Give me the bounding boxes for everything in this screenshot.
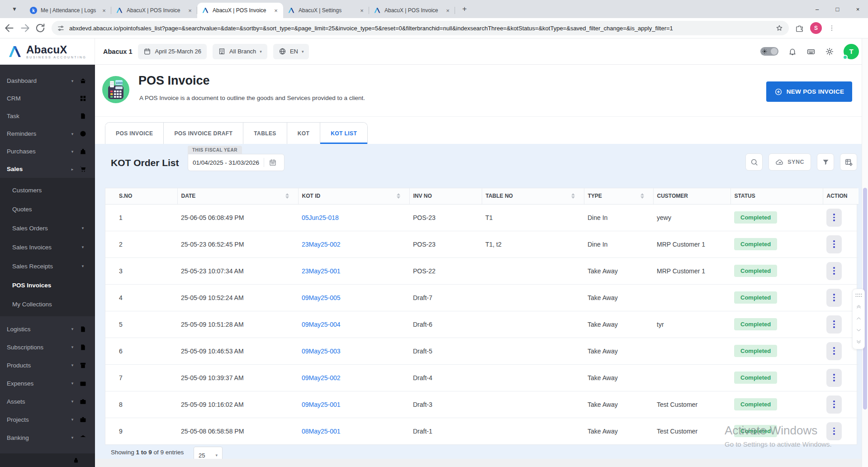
sidebar-item-assets[interactable]: Assets▾ bbox=[0, 392, 95, 410]
sidebar-item-reminders[interactable]: Reminders▾ bbox=[0, 125, 95, 143]
column-settings-button[interactable] bbox=[840, 153, 857, 171]
sort-arrows-icon[interactable] bbox=[397, 193, 400, 199]
sort-arrows-icon[interactable] bbox=[640, 193, 644, 199]
tab-pos-invoice[interactable]: POS INVOICE bbox=[105, 123, 164, 144]
browser-tab[interactable]: kMe | Attendance | Logs× bbox=[25, 3, 111, 18]
address-bar[interactable]: abxdevd.abacux.io/pointofsales_list?page… bbox=[52, 21, 789, 35]
row-actions-menu-button[interactable] bbox=[826, 342, 842, 360]
company-name[interactable]: Abacux 1 bbox=[103, 48, 132, 55]
sort-arrows-icon[interactable] bbox=[285, 193, 289, 199]
sidebar-item-my-collections[interactable]: My Collections bbox=[0, 295, 95, 314]
sidebar-item-products[interactable]: Products▾ bbox=[0, 356, 95, 374]
row-actions-menu-button[interactable] bbox=[826, 315, 842, 334]
lock-icon[interactable] bbox=[72, 457, 80, 464]
minimize-button[interactable]: – bbox=[807, 0, 827, 18]
tab-close-icon[interactable]: × bbox=[444, 7, 451, 14]
browser-tab[interactable]: AbacuX | POS Invoice× bbox=[197, 3, 283, 18]
sidebar-item-quotes[interactable]: Quotes bbox=[0, 200, 95, 219]
tab-kot-list[interactable]: KOT LIST bbox=[320, 123, 367, 144]
notifications-bell-icon[interactable] bbox=[788, 47, 797, 56]
sidebar-item-pos-invoices[interactable]: POS Invoices bbox=[0, 276, 95, 295]
row-actions-menu-button[interactable] bbox=[826, 422, 842, 440]
kot-id-link-text[interactable]: 05Jun25-018 bbox=[302, 214, 339, 221]
browser-profile-avatar[interactable]: S bbox=[810, 22, 822, 34]
new-pos-invoice-button[interactable]: NEW POS INVOICE bbox=[766, 81, 852, 102]
kot-id-link-text[interactable]: 08May25-001 bbox=[302, 428, 341, 435]
sidebar-item-logistics[interactable]: Logistics▾ bbox=[0, 320, 95, 338]
browser-tab[interactable]: AbacuX | POS Invoice× bbox=[369, 3, 455, 18]
kot-id-link-text[interactable]: 09May25-001 bbox=[302, 401, 341, 408]
row-actions-menu-button[interactable] bbox=[826, 369, 842, 387]
theme-toggle[interactable] bbox=[760, 47, 778, 56]
sort-arrows-icon[interactable] bbox=[571, 193, 575, 199]
kot-id-link-text[interactable]: 09May25-004 bbox=[302, 321, 341, 328]
sidebar-item-banking[interactable]: Banking▾ bbox=[0, 429, 95, 447]
row-actions-menu-button[interactable] bbox=[826, 289, 842, 307]
sidebar-item-projects[interactable]: Projects▾ bbox=[0, 410, 95, 429]
maximize-button[interactable]: □ bbox=[827, 0, 848, 18]
kot-id-link-text[interactable]: 23May25-001 bbox=[302, 267, 341, 275]
search-button[interactable] bbox=[745, 153, 763, 171]
language-selector[interactable]: EN ▾ bbox=[273, 44, 309, 59]
settings-gear-icon[interactable] bbox=[825, 47, 834, 56]
kot-id-link-text[interactable]: 23May25-002 bbox=[302, 241, 341, 248]
status-badge: Completed bbox=[734, 265, 777, 277]
reload-icon[interactable] bbox=[34, 22, 46, 34]
tab-search-chevron-icon[interactable]: ▼ bbox=[8, 3, 21, 15]
browser-tab[interactable]: AbacuX | Settings× bbox=[283, 3, 369, 18]
row-actions-menu-button[interactable] bbox=[826, 209, 842, 227]
sidebar-item-dashboard[interactable]: Dashboard▾ bbox=[0, 72, 95, 90]
browser-tab[interactable]: AbacuX | POS Invoice× bbox=[111, 3, 197, 18]
scroll-up-chevron-icon[interactable] bbox=[855, 315, 862, 321]
sidebar-item-sales-invoices[interactable]: Sales Invoices▾ bbox=[0, 238, 95, 257]
divider bbox=[264, 158, 264, 167]
kot-id-link-text[interactable]: 09May25-002 bbox=[302, 374, 341, 381]
column-header-type[interactable]: TYPE bbox=[584, 188, 653, 204]
sidebar-item-sales-orders[interactable]: Sales Orders▾ bbox=[0, 219, 95, 238]
calendar-icon[interactable] bbox=[269, 158, 277, 167]
tab-close-icon[interactable]: × bbox=[358, 7, 365, 14]
sidebar-item-customers[interactable]: Customers bbox=[0, 181, 95, 200]
scroll-bottom-double-chevron-down-icon[interactable] bbox=[855, 339, 862, 345]
drag-handle-dots-icon[interactable] bbox=[855, 293, 862, 298]
sidebar-item-sales-receipts[interactable]: Sales Receipts▾ bbox=[0, 257, 95, 276]
sidebar-item-purchases[interactable]: Purchases▾ bbox=[0, 143, 95, 160]
tab-tables[interactable]: TABLES bbox=[243, 123, 287, 144]
page-scrollbar[interactable] bbox=[862, 38, 868, 467]
fiscal-range-selector[interactable]: April 25-March 26 bbox=[138, 44, 207, 59]
back-icon[interactable] bbox=[4, 22, 15, 34]
row-actions-menu-button[interactable] bbox=[826, 396, 842, 414]
column-header-date[interactable]: DATE bbox=[177, 188, 298, 204]
site-settings-icon[interactable] bbox=[57, 24, 65, 32]
kot-id-link-text[interactable]: 09May25-003 bbox=[302, 348, 341, 355]
new-tab-button[interactable]: + bbox=[459, 3, 470, 15]
scroll-top-double-chevron-up-icon[interactable] bbox=[855, 304, 862, 310]
row-actions-menu-button[interactable] bbox=[826, 262, 842, 280]
tab-pos-invoice-draft[interactable]: POS INVOICE DRAFT bbox=[164, 123, 243, 144]
sidebar-item-expenses[interactable]: Expenses▾ bbox=[0, 374, 95, 392]
scroll-down-chevron-icon[interactable] bbox=[855, 327, 862, 333]
branch-selector[interactable]: All Branch ▾ bbox=[213, 44, 267, 59]
user-avatar[interactable]: T bbox=[844, 44, 859, 59]
tab-close-icon[interactable]: × bbox=[186, 7, 194, 14]
row-actions-menu-button[interactable] bbox=[826, 235, 842, 253]
browser-menu-icon[interactable] bbox=[828, 24, 835, 32]
sidebar-item-crm[interactable]: CRM bbox=[0, 90, 95, 107]
tab-close-icon[interactable]: × bbox=[272, 7, 280, 14]
forward-icon[interactable] bbox=[19, 22, 31, 34]
sidebar-item-task[interactable]: Task bbox=[0, 107, 95, 125]
sidebar-item-subscriptions[interactable]: Subscriptions▾ bbox=[0, 338, 95, 356]
keyboard-icon[interactable] bbox=[806, 47, 816, 56]
bookmark-star-icon[interactable] bbox=[775, 24, 783, 32]
column-header-table-no[interactable]: TABLE NO bbox=[482, 188, 584, 204]
column-header-kot-id[interactable]: KOT ID bbox=[298, 188, 409, 204]
sidebar-item-sales[interactable]: Sales▸ bbox=[0, 160, 95, 178]
kot-id-link-text[interactable]: 09May25-005 bbox=[302, 294, 341, 301]
close-button[interactable]: × bbox=[848, 0, 868, 18]
date-range-input[interactable]: 01/04/2025 - 31/03/2026 bbox=[188, 154, 285, 171]
filter-button[interactable] bbox=[817, 153, 834, 171]
tab-kot[interactable]: KOT bbox=[287, 123, 321, 144]
extensions-puzzle-icon[interactable] bbox=[795, 24, 804, 33]
sync-button[interactable]: SYNC bbox=[768, 153, 811, 171]
tab-close-icon[interactable]: × bbox=[100, 7, 108, 14]
